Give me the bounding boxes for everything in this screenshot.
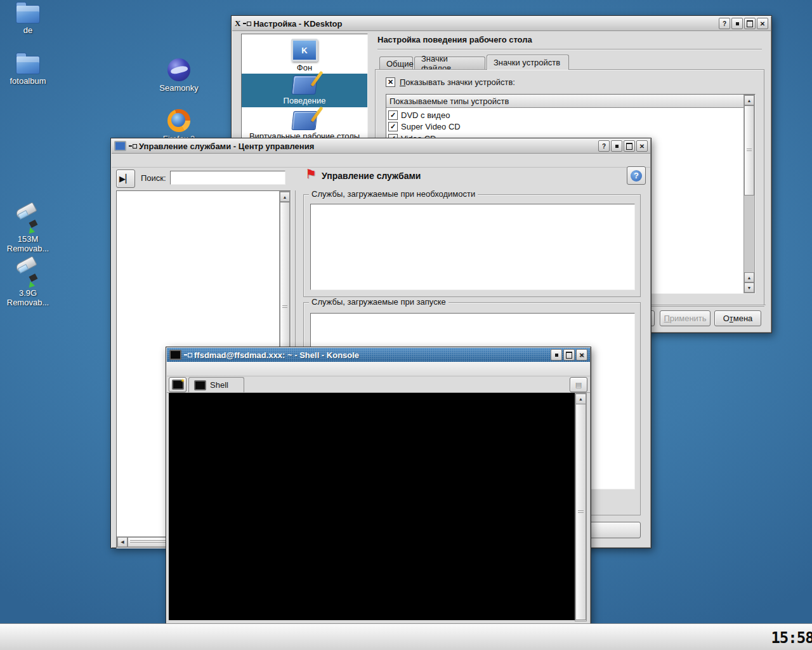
pin-icon[interactable] xyxy=(129,143,136,149)
removable-153m[interactable]: 153M Removab... xyxy=(1,209,55,253)
show-device-icons-checkbox[interactable]: ✕ xyxy=(386,77,395,87)
icon-label: fotoalbum xyxy=(1,76,55,86)
close-button[interactable]: ✕ xyxy=(576,349,587,361)
terminal-scrollbar[interactable]: ▲ xyxy=(575,393,587,621)
usb-icon xyxy=(14,209,42,232)
tab-label: Shell xyxy=(210,380,228,390)
icon-label: Seamonky xyxy=(152,83,206,93)
device-label: Super Video CD xyxy=(398,122,464,131)
tab-file-icons[interactable]: Значки файлов xyxy=(414,56,485,70)
pin-icon[interactable] xyxy=(243,20,251,27)
window-title: ffsdmad@ffsdmad.xxx: ~ - Shell - Konsole xyxy=(194,350,547,360)
konsole-tabbar: ✶ Shell ▤ xyxy=(167,376,590,393)
close-button[interactable]: ✕ xyxy=(636,140,648,152)
icon-label: de xyxy=(1,25,55,35)
taskbar-clock[interactable]: 15:58 xyxy=(774,625,811,650)
konsole-window: ffsdmad@ffsdmad.xxx: ~ - Shell - Konsole… xyxy=(166,347,591,625)
help-button[interactable]: ? xyxy=(598,140,610,152)
help-button[interactable]: ? xyxy=(627,166,646,185)
group-title: Службы, загружаемые при необходимости xyxy=(309,189,478,199)
window-title: Настройка - KDesktop xyxy=(253,19,715,29)
scroll-up-button[interactable]: ▲ xyxy=(744,95,754,105)
folder-fotoalbum[interactable]: fotoalbum xyxy=(1,56,55,86)
folder-de[interactable]: de xyxy=(1,5,55,35)
pin-icon[interactable] xyxy=(184,352,192,358)
show-device-icons-label: Показывать значки устройств: xyxy=(400,77,515,87)
apply-button[interactable]: Применить xyxy=(660,310,710,326)
kcontrol-menubar xyxy=(112,153,650,168)
scroll-left-button[interactable]: ◀ xyxy=(117,537,128,547)
kcontrol-window-icon xyxy=(114,141,126,151)
minimize-button[interactable] xyxy=(551,349,562,361)
device-type-row[interactable]: ✓DVD с видео xyxy=(388,109,743,121)
tab-label: Общие xyxy=(386,59,414,69)
desktop: X Настройка - KDesktop ?✕ KФонПоведениеВ… xyxy=(0,0,812,650)
terminal-output[interactable] xyxy=(169,393,575,620)
tab-device-icons[interactable]: Значки устройств xyxy=(487,55,569,70)
device-label: DVD с видео xyxy=(398,110,453,120)
panel-title: Управление службами xyxy=(322,171,421,181)
scroll-up-button2[interactable]: ▲ xyxy=(744,272,754,282)
help-icon: ? xyxy=(631,170,642,182)
kdesktop-window-icon: X xyxy=(235,18,240,29)
group-title: Службы, загружаемые при запуске xyxy=(309,297,449,307)
folder-icon xyxy=(16,5,40,23)
konsole-window-icon xyxy=(169,350,181,360)
scrollbar-thumb[interactable] xyxy=(575,404,586,620)
konsole-titlebar[interactable]: ffsdmad@ffsdmad.xxx: ~ - Shell - Konsole… xyxy=(167,348,590,362)
kcontrol-titlebar[interactable]: Управление службами - Центр управления ?… xyxy=(112,139,650,154)
background-icon: K xyxy=(291,39,318,62)
kdesktop-titlebar[interactable]: X Настройка - KDesktop ?✕ xyxy=(232,17,771,31)
new-session-button[interactable]: ✶ xyxy=(169,377,187,392)
divider xyxy=(377,49,762,50)
sidebar-item-label: Фон xyxy=(242,63,367,72)
shell-tab-icon xyxy=(194,380,206,390)
device-checkbox[interactable]: ✓ xyxy=(388,110,398,120)
konsole-menubar xyxy=(167,362,590,376)
maximize-button[interactable] xyxy=(624,140,635,152)
scroll-up-button[interactable]: ▲ xyxy=(575,394,586,404)
scroll-up-button[interactable]: ▲ xyxy=(280,192,290,202)
behavior-icon xyxy=(291,76,317,95)
ondemand-services-table xyxy=(310,204,635,290)
sidebar-item-background[interactable]: KФон xyxy=(242,37,367,72)
page-title: Настройка поведения рабочего стола xyxy=(377,35,532,44)
tab-label: Значки устройств xyxy=(494,58,560,67)
device-list-scrollbar[interactable]: ▲ ▲ ▼ xyxy=(743,95,755,293)
show-device-icons-row[interactable]: ✕ Показывать значки устройств: xyxy=(386,77,515,87)
ondemand-services-group: Службы, загружаемые при необходимости xyxy=(303,194,641,297)
sidebar-item-label: Поведение xyxy=(242,96,367,105)
device-type-row[interactable]: ✓Super Video CD xyxy=(388,121,743,133)
cancel-button[interactable]: Отмена xyxy=(714,310,761,326)
device-types-header[interactable]: Показываемые типы устройств xyxy=(386,95,744,108)
new-session-icon: ✶ xyxy=(172,380,184,390)
minimize-button[interactable] xyxy=(731,18,743,29)
seamonkey-icon xyxy=(167,58,190,81)
device-checkbox[interactable]: ✓ xyxy=(388,122,398,131)
service-manager-icon: ⚑ xyxy=(305,168,317,180)
behavior-icon xyxy=(291,111,317,130)
help-button[interactable]: ? xyxy=(719,18,730,29)
usb-icon xyxy=(14,263,42,286)
search-input[interactable] xyxy=(170,171,285,185)
folder-icon xyxy=(16,56,40,74)
icon-label: 153M Removab... xyxy=(1,234,55,253)
tab-general[interactable]: Общие xyxy=(379,56,413,70)
maximize-button[interactable] xyxy=(744,18,756,29)
clear-search-icon: ▶▏ xyxy=(119,174,132,183)
maximize-button[interactable] xyxy=(563,349,575,361)
scrollbar-thumb[interactable] xyxy=(744,105,754,196)
tab-list-button[interactable]: ▤ xyxy=(570,377,587,392)
sidebar-item-behavior[interactable]: Поведение xyxy=(242,74,367,107)
icon-label: 3.9G Removab... xyxy=(1,288,55,307)
firefox-icon xyxy=(167,109,190,132)
clear-search-button[interactable]: ▶▏ xyxy=(116,169,135,188)
scroll-down-button[interactable]: ▼ xyxy=(744,282,754,293)
close-button[interactable]: ✕ xyxy=(757,18,768,29)
taskbar-panel: 15:58 xyxy=(0,624,812,650)
seamonkey-shortcut[interactable]: Seamonky xyxy=(152,58,206,93)
minimize-button[interactable] xyxy=(611,140,622,152)
removable-39g[interactable]: 3.9G Removab... xyxy=(1,263,55,307)
window-title: Управление службами - Центр управления xyxy=(139,142,594,151)
tab-shell[interactable]: Shell xyxy=(188,377,244,392)
